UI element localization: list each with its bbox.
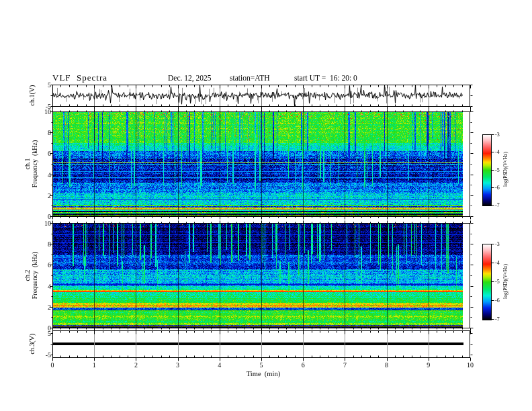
time-tick-label: 6 bbox=[302, 361, 305, 369]
colorbar-tick-label: -4 bbox=[495, 260, 500, 266]
time-tick-label: 1 bbox=[93, 361, 96, 369]
header-date: Dec. 12, 2025 bbox=[168, 74, 212, 82]
colorbar-ch2 bbox=[482, 244, 492, 320]
colorbar-tick-label: -5 bbox=[495, 167, 500, 173]
volt-tick-label-ch1: -5 bbox=[46, 103, 51, 110]
y-axis-label-ch1-volts: ch.1(V) bbox=[28, 85, 36, 106]
colorbar-ch2-unit-label: log(PSD)(V²/Hz) bbox=[502, 264, 509, 299]
colorbar-tick-label: -3 bbox=[495, 241, 500, 247]
colorbar-tick-label: -3 bbox=[495, 132, 500, 138]
ch1-waveform-canvas bbox=[52, 85, 470, 106]
colorbar-tick-label: -7 bbox=[495, 202, 500, 208]
colorbar-ch1 bbox=[482, 134, 492, 206]
time-tick-label: 3 bbox=[176, 361, 179, 369]
volt-tick-label-ch3: -5 bbox=[46, 351, 51, 359]
time-tick-label: 4 bbox=[218, 361, 221, 369]
colorbar-tick-label: -7 bbox=[495, 316, 500, 322]
colorbar-tick-label: -5 bbox=[495, 279, 500, 285]
volt-tick-label-ch3: 5 bbox=[48, 330, 51, 337]
time-tick-label: 9 bbox=[427, 361, 430, 369]
y-axis-label-ch1-line2: Frequency (kHz) bbox=[31, 140, 38, 188]
ch1-spectrogram-canvas bbox=[52, 111, 470, 216]
y-axis-label-ch2-frequency: ch.2Frequency (kHz) bbox=[24, 252, 38, 300]
y-axis-label-ch2-line1: ch.2 bbox=[24, 252, 31, 300]
ch3-flatline-trace bbox=[52, 342, 463, 345]
time-tick-label: 7 bbox=[343, 361, 347, 369]
freq-tick-label-ch2: 2 bbox=[48, 303, 51, 310]
y-axis-label-ch1-line1: ch.1 bbox=[24, 140, 31, 188]
colorbar-tick-label: -4 bbox=[495, 149, 500, 155]
freq-tick-label-ch1: 8 bbox=[48, 129, 51, 136]
time-axis-label: Time (min) bbox=[247, 370, 280, 377]
freq-tick-label-ch1: 6 bbox=[48, 150, 51, 157]
ch2-spectrogram-canvas bbox=[52, 223, 470, 328]
y-axis-label-ch1-frequency: ch.1Frequency (kHz) bbox=[24, 140, 38, 188]
freq-tick-label-ch1: 2 bbox=[48, 191, 51, 199]
colorbar-tick-label: -6 bbox=[495, 184, 500, 190]
vlf-spectra-figure: VLF Spectra Dec. 12, 2025 station=ATH st… bbox=[0, 0, 532, 411]
colorbar-ch1-unit-label: log(PSD)(V²/Hz) bbox=[502, 152, 509, 187]
time-tick-label: 0 bbox=[51, 361, 54, 369]
time-tick-label: 8 bbox=[385, 361, 388, 369]
page-title: VLF Spectra bbox=[52, 73, 107, 83]
y-axis-label-ch2-line2: Frequency (kHz) bbox=[31, 252, 38, 300]
y-axis-label-ch3-volts: ch.3(V) bbox=[28, 334, 36, 355]
freq-tick-label-ch2: 6 bbox=[48, 261, 51, 269]
freq-tick-label-ch1: 4 bbox=[48, 171, 51, 178]
time-tick-label: 5 bbox=[260, 361, 263, 369]
freq-tick-label-ch2: 8 bbox=[48, 240, 51, 248]
volt-tick-label-ch1: 5 bbox=[48, 81, 51, 89]
time-tick-label: 10 bbox=[467, 361, 474, 369]
freq-tick-label-ch2: 4 bbox=[48, 282, 51, 289]
time-tick-label: 2 bbox=[134, 361, 138, 369]
header-station: station=ATH bbox=[230, 74, 270, 82]
freq-tick-label-ch2: 10 bbox=[44, 220, 51, 227]
colorbar-tick-label: -6 bbox=[495, 298, 500, 304]
header-start-ut: start UT = 16: 20: 0 bbox=[294, 74, 357, 82]
